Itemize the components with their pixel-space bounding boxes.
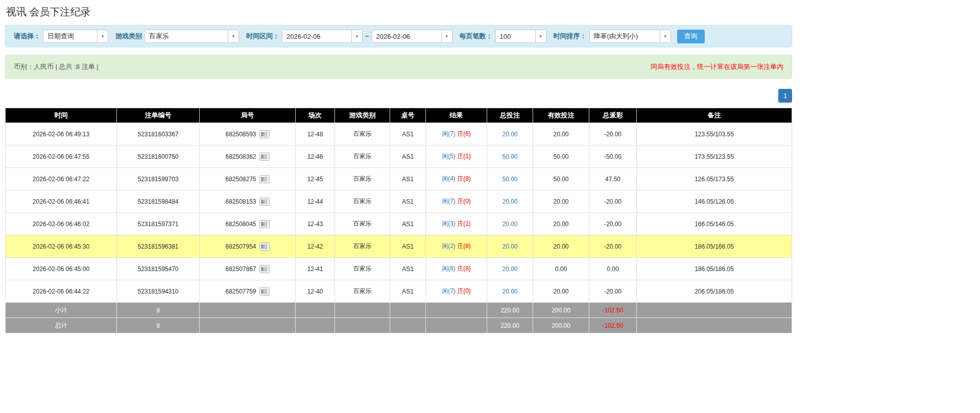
view-round-result-icon [259, 265, 270, 273]
table-no-cell: AS1 [390, 190, 426, 213]
notice-bar: 币别：人民币 | 总共 :8 注单 | 同局有效投注，统一计算在该局第一张注单内 [5, 55, 792, 79]
total-bet-link[interactable]: 50.00 [502, 176, 517, 183]
chevron-down-icon[interactable]: ▾ [535, 30, 546, 42]
result-cell: 闲(7) 庄(6) [426, 123, 487, 145]
game-type-cell: 百家乐 [335, 145, 390, 168]
bet-record-row[interactable]: 2026-02-06 06:46:41523181598484682508153… [6, 190, 792, 213]
bet-record-row[interactable]: 2026-02-06 06:45:30523181596381682507954… [6, 235, 792, 258]
column-header: 备注 [637, 108, 792, 123]
bet-id-cell: 523181598484 [117, 190, 200, 213]
bet-record-row[interactable]: 2026-02-06 06:49:13523181603367682508593… [6, 123, 792, 145]
result-player: 闲(5) [442, 153, 456, 160]
chevron-down-icon[interactable]: ▾ [441, 30, 452, 42]
view-round-result-button[interactable] [259, 220, 270, 228]
round-id-value: 682508362 [225, 153, 256, 160]
round-id-cell: 682508362 [200, 145, 296, 168]
summary-empty-cell [637, 318, 792, 333]
view-round-result-icon [259, 130, 270, 138]
chevron-down-icon[interactable]: ▾ [660, 30, 671, 42]
date-to-value: 2026-02-06 [372, 30, 441, 42]
total-bet-link[interactable]: 20.00 [502, 243, 517, 250]
bet-id-cell: 523181595470 [117, 258, 200, 280]
bet-id-cell: 523181594310 [117, 280, 200, 303]
round-id-value: 682508045 [225, 221, 256, 228]
bet-id-cell: 523181600750 [117, 145, 200, 168]
result-banker: 庄(8) [457, 265, 471, 272]
result-banker: 庄(0) [457, 287, 471, 295]
pagination: 1 [5, 89, 792, 103]
date-to-dropdown[interactable]: 2026-02-06 ▾ [372, 30, 452, 43]
page-1-button[interactable]: 1 [778, 89, 792, 103]
search-button[interactable]: 查询 [677, 30, 705, 43]
total-bet-cell: 20.00 [487, 190, 533, 213]
round-id-cell: 682508275 [200, 168, 296, 190]
session-cell: 12-48 [296, 123, 335, 145]
column-header: 游戏类别 [335, 108, 390, 123]
page-size-dropdown[interactable]: 100 ▾ [495, 30, 546, 43]
result-player: 闲(2) [442, 242, 456, 250]
chevron-down-icon[interactable]: ▾ [351, 30, 362, 42]
table-no-cell: AS1 [390, 168, 426, 190]
summary-empty-cell [335, 318, 390, 333]
date-from-dropdown[interactable]: 2026-02-06 ▾ [282, 30, 363, 43]
bet-record-row[interactable]: 2026-02-06 06:45:00523181595470682507867… [6, 258, 792, 280]
summary-count-cell: 8 [117, 318, 200, 333]
total-bet-link[interactable]: 20.00 [502, 288, 517, 295]
view-round-result-button[interactable] [259, 265, 270, 273]
summary-empty-cell [390, 303, 426, 318]
bet-id-cell: 523181596381 [117, 235, 200, 258]
view-round-result-button[interactable] [259, 130, 270, 138]
payout-cell: -50.00 [589, 145, 637, 168]
total-bet-cell: 20.00 [487, 258, 533, 280]
chevron-down-icon[interactable]: ▾ [228, 30, 238, 42]
summary-row: 小计8220.00200.00-102.50 [6, 303, 792, 318]
view-round-result-button[interactable] [259, 287, 270, 296]
view-round-result-button[interactable] [259, 175, 270, 183]
total-bet-link[interactable]: 20.00 [502, 265, 517, 273]
bet-record-row[interactable]: 2026-02-06 06:44:22523181594310682507759… [6, 280, 792, 303]
valid-bet-cell: 20.00 [533, 280, 589, 303]
view-round-result-icon [259, 198, 270, 206]
query-type-dropdown[interactable]: 日期查询 ▾ [43, 30, 108, 43]
summary-empty-cell [426, 318, 487, 333]
summary-empty-cell [296, 303, 335, 318]
bet-records-table: 时间注单编号局号场次游戏类别桌号结果总投注有效投注总派彩备注 2026-02-0… [5, 108, 792, 333]
summary-valid-bet-cell: 200.00 [533, 303, 589, 318]
round-id-value: 682507867 [225, 265, 256, 273]
total-bet-link[interactable]: 20.00 [502, 198, 517, 205]
total-bet-link[interactable]: 50.00 [502, 153, 517, 160]
game-type-value: 百家乐 [145, 30, 228, 42]
round-id-cell: 682507759 [200, 280, 296, 303]
sort-order-value: 降幂(由大到小) [590, 30, 660, 42]
summary-empty-cell [637, 303, 792, 318]
valid-bet-cell: 50.00 [533, 168, 589, 190]
view-round-result-button[interactable] [259, 198, 270, 206]
total-bet-link[interactable]: 20.00 [502, 221, 517, 228]
view-round-result-button[interactable] [259, 242, 270, 251]
result-player: 闲(3) [442, 220, 456, 227]
session-cell: 12-46 [296, 145, 335, 168]
summary-empty-cell [200, 303, 296, 318]
total-bet-cell: 20.00 [487, 123, 533, 145]
remark-cell: 146.05/126.05 [637, 190, 792, 213]
bet-record-row[interactable]: 2026-02-06 06:47:55523181600750682508362… [6, 145, 792, 168]
view-round-result-button[interactable] [259, 153, 270, 161]
bet-time-cell: 2026-02-06 06:45:30 [6, 235, 117, 258]
game-type-dropdown[interactable]: 百家乐 ▾ [145, 30, 239, 43]
game-type-cell: 百家乐 [335, 168, 390, 190]
result-player: 闲(4) [442, 175, 456, 182]
table-header-row: 时间注单编号局号场次游戏类别桌号结果总投注有效投注总派彩备注 [6, 108, 792, 123]
total-bet-link[interactable]: 20.00 [502, 131, 517, 138]
same-round-notice-text: 同局有效投注，统一计算在该局第一张注单内 [651, 62, 783, 71]
result-cell: 闲(4) 庄(8) [426, 168, 487, 190]
bet-time-cell: 2026-02-06 06:49:13 [6, 123, 117, 145]
bet-record-row[interactable]: 2026-02-06 06:46:02523181597371682508045… [6, 213, 792, 235]
bet-record-row[interactable]: 2026-02-06 06:47:22523181599703682508275… [6, 168, 792, 190]
round-id-value: 682507759 [225, 288, 256, 295]
sort-order-dropdown[interactable]: 降幂(由大到小) ▾ [589, 30, 671, 43]
bet-id-cell: 523181599703 [117, 168, 200, 190]
session-cell: 12-44 [296, 190, 335, 213]
chevron-down-icon[interactable]: ▾ [97, 30, 108, 42]
view-round-result-icon [259, 242, 270, 251]
result-cell: 闲(8) 庄(8) [426, 258, 487, 280]
